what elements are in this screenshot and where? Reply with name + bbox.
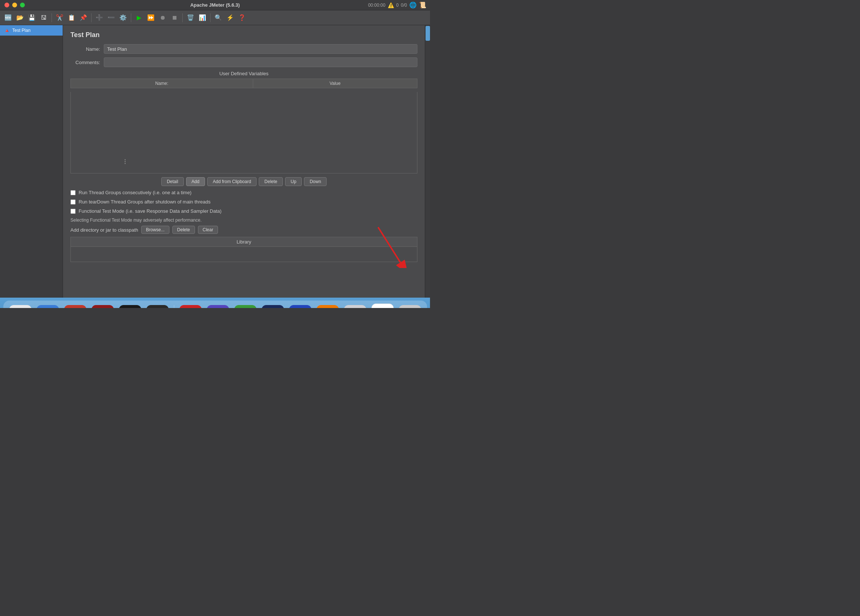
dock-item-4[interactable]: 📦 [90,304,115,308]
dock-item-2[interactable]: 🖥️ [35,304,60,308]
test-plan-icon: 🔺 [4,27,10,33]
checkbox-row-1: Run Thread Groups consecutively (i.e. on… [71,190,417,195]
delete-row-button[interactable]: Delete [259,177,283,186]
dock-item-6[interactable]: 💻 [145,304,170,308]
title-bar: Apache JMeter (5.6.3) 00:00:00 ⚠️ 0 0/0 … [0,0,430,10]
sidebar: 🔺 Test Plan [0,25,63,298]
window-controls[interactable] [5,3,25,8]
dock-icon-12: 📂 [317,305,339,308]
checkbox-row-3: Functional Test Mode (i.e. save Response… [71,208,417,214]
window-title: Apache JMeter (5.6.3) [190,2,240,8]
dock-item-11[interactable]: 📱 [288,304,313,308]
separator-2 [91,13,91,22]
dock-item-7[interactable]: 📊 [178,304,203,308]
dock-icon-5: ⬛ [119,305,141,308]
page-title: Test Plan [71,31,417,39]
dock-separator [174,305,174,308]
run-teardown-checkbox[interactable] [71,199,75,205]
start-button[interactable]: ▶ [134,13,144,23]
start-no-pause-button[interactable]: ⏩ [146,13,156,23]
save-button[interactable]: 🖫 [39,13,49,23]
sidebar-item-test-plan[interactable]: 🔺 Test Plan [0,25,63,36]
open-button[interactable]: 📂 [15,13,25,23]
dock-icon-9: 📋 [234,305,256,308]
copy-button[interactable]: 📋 [66,13,77,23]
sidebar-item-label: Test Plan [12,28,30,33]
title-bar-right: 00:00:00 ⚠️ 0 0/0 🌐 📜 [368,2,426,8]
dock-item-13[interactable]: 💾 [342,304,368,308]
dock-icon-2: 🖥️ [37,305,59,308]
dock-icon-7: 📊 [179,305,202,308]
jmeter-dock-item[interactable]: 🪶 JMeter [370,304,395,308]
divider-handle[interactable] [124,159,126,164]
up-button[interactable]: Up [285,177,302,186]
find-button[interactable]: 🔍 [213,13,223,23]
trash-dock-item[interactable]: 🗑️ [397,304,422,308]
remove-button[interactable]: ➖ [106,13,116,23]
dock-icon-11: 📱 [289,305,311,308]
scrollbar-thumb[interactable] [425,26,430,41]
dock-item-10[interactable]: 🔵 [260,304,286,308]
library-body [71,247,417,262]
name-column-header: Name: [71,79,253,88]
function-button[interactable]: ⚙️ [118,13,128,23]
dock-icon-10: 🔵 [262,305,284,308]
dock-icon-13: 💾 [344,305,366,308]
browse-button[interactable]: Browse... [141,226,169,234]
clear-all-button[interactable]: 🗑️ [185,13,196,23]
user-defined-variables-title: User Defined Variables [71,71,417,76]
functional-note: Selecting Functional Test Mode may adver… [71,218,417,223]
dock-item-9[interactable]: 📋 [233,304,258,308]
warning-icon: ⚠️ [388,2,394,8]
dock-icon-8: 🎨 [207,305,229,308]
paste-button[interactable]: 📌 [78,13,89,23]
functional-mode-checkbox[interactable] [71,208,75,214]
divider-dot-1 [124,159,126,160]
add-row-button[interactable]: Add [186,177,205,186]
add-button[interactable]: ➕ [94,13,105,23]
down-button[interactable]: Down [304,177,326,186]
toolbar: 🆕 📂 💾 🖫 ✂️ 📋 📌 ➕ ➖ ⚙️ ▶ ⏩ ⏺ ⏹ 🗑️ 📊 🔍 ⚡ ❓ [0,10,430,25]
dock-item-12[interactable]: 📂 [315,304,340,308]
classpath-label: Add directory or jar to classpath [71,227,138,233]
new-button[interactable]: 🆕 [3,13,13,23]
detail-button[interactable]: Detail [161,177,184,186]
library-section: Library [71,237,417,262]
close-button[interactable] [5,3,9,8]
trash-dock-icon: 🗑️ [399,305,421,308]
right-scrollbar-panel [425,25,430,298]
maximize-button[interactable] [20,3,25,8]
delete-classpath-button[interactable]: Delete [173,226,195,234]
separator-5 [210,13,210,22]
dock-background: 📄 🖥️ 🖼️ 📦 ⬛ 💻 📊 🎨 📋 🔵 📱 [3,301,427,308]
name-input[interactable] [104,44,417,54]
run-consecutively-checkbox[interactable] [71,190,75,195]
content-area: Test Plan Name: Comments: User Defined V… [63,25,425,298]
stop-button[interactable]: ⏺ [157,13,168,23]
save-template-button[interactable]: 💾 [27,13,37,23]
run-consecutively-label: Run Thread Groups consecutively (i.e. on… [78,190,191,195]
variables-empty-area [71,92,417,174]
clear-button[interactable]: Clear [198,226,218,234]
dock-icon-3: 🖼️ [64,305,86,308]
dock-item-5[interactable]: ⬛ [118,304,143,308]
dock-icon-4: 📦 [91,305,114,308]
separator-4 [182,13,183,22]
dock-item-3[interactable]: 🖼️ [63,304,88,308]
comments-input[interactable] [104,58,417,67]
name-row: Name: [71,44,417,54]
variables-table: Name: Value [71,78,417,88]
function-helper-button[interactable]: ⚡ [225,13,235,23]
separator-3 [131,13,131,22]
jmeter-dock-icon: 🪶 [372,304,394,308]
name-label: Name: [71,46,100,52]
shutdown-button[interactable]: ⏹ [169,13,180,23]
help-button[interactable]: ❓ [237,13,247,23]
dock-item-1[interactable]: 📄 [8,304,33,308]
add-from-clipboard-button[interactable]: Add from Clipboard [207,177,256,186]
cut-button[interactable]: ✂️ [55,13,65,23]
minimize-button[interactable] [12,3,17,8]
comments-label: Comments: [71,60,100,65]
dock-item-8[interactable]: 🎨 [206,304,231,308]
clear-button[interactable]: 📊 [197,13,207,23]
